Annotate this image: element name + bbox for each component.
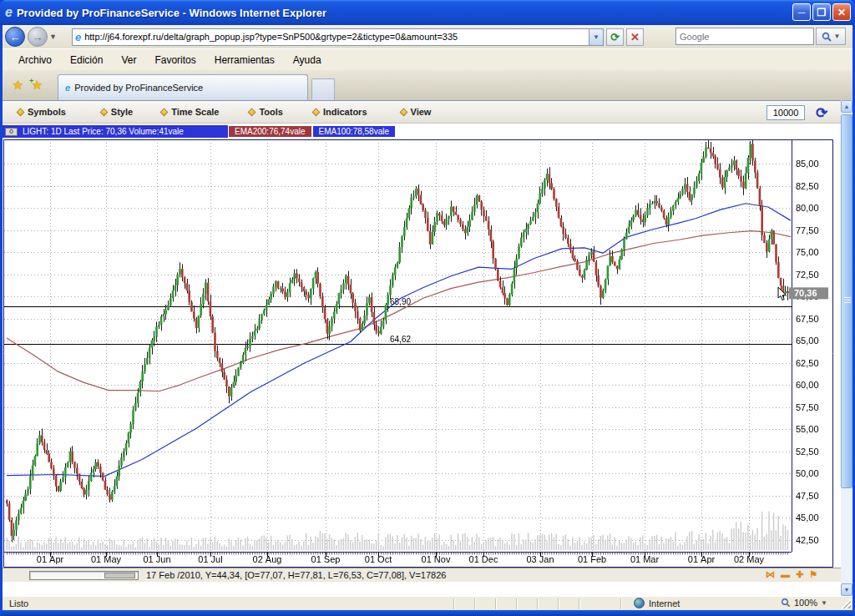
chart-menu-tools[interactable]: Tools xyxy=(249,107,283,117)
chart-menu-bar: Symbols Style Time Scale Tools Indicator… xyxy=(3,101,841,124)
restore-button[interactable]: ❐ xyxy=(812,3,831,21)
scroll-up-button[interactable]: ▲ xyxy=(841,100,852,113)
search-dropdown-icon[interactable]: ▼ xyxy=(834,33,841,40)
mouse-cursor xyxy=(777,287,787,301)
chart-status-strip: 17 Feb /2010, Y=44,34, [O=77,07, H=77,81… xyxy=(3,568,841,582)
favorites-button[interactable]: ★ xyxy=(9,76,27,93)
title-bar[interactable]: e Provided by ProFinanceService - Window… xyxy=(0,0,855,25)
tab-label: Provided by ProFinanceService xyxy=(74,83,203,93)
zoom-dropdown-icon[interactable]: ▼ xyxy=(821,599,827,607)
address-toolbar: ← → ▼ e ▼ ⟳ ✕ ▼ xyxy=(3,25,852,48)
address-input[interactable] xyxy=(84,32,564,42)
diamond-icon xyxy=(399,108,407,116)
instrument-info-bar: 0 LIGHT: 1D Last Price: 70,36 Volume:41v… xyxy=(3,125,841,138)
price-chart-canvas[interactable] xyxy=(0,139,842,568)
search-box[interactable] xyxy=(675,28,814,45)
diamond-icon xyxy=(312,108,321,116)
menu-ayuda[interactable]: Ayuda xyxy=(284,52,331,68)
window-border-bottom[interactable] xyxy=(0,610,855,616)
tab-profinance[interactable]: e Provided by ProFinanceService xyxy=(58,74,308,100)
chart-refresh-button[interactable]: ⟳ xyxy=(812,104,831,122)
chart-menu-view[interactable]: View xyxy=(401,107,432,117)
chart-legend-icon[interactable]: 0 xyxy=(5,128,18,136)
tab-favicon: e xyxy=(65,83,70,93)
browser-window: e Provided by ProFinanceService - Window… xyxy=(0,0,855,616)
menu-edicion[interactable]: Edición xyxy=(61,52,112,68)
search-button[interactable]: ▼ xyxy=(816,28,846,45)
menu-herramientas[interactable]: Herramientas xyxy=(205,52,284,68)
address-field[interactable]: e xyxy=(72,28,589,46)
fit-width-icon[interactable]: ⋈ xyxy=(766,569,775,580)
new-tab-stub[interactable] xyxy=(311,78,335,100)
address-dropdown-button[interactable]: ▼ xyxy=(589,28,604,46)
ema100-chip[interactable]: EMA100:78,58vale xyxy=(312,125,397,138)
crosshair-readout: 17 Feb /2010, Y=44,34, [O=77,07, H=77,81… xyxy=(146,570,446,580)
chart-menu-symbols[interactable]: Symbols xyxy=(18,107,66,117)
search-input[interactable] xyxy=(676,32,808,42)
diamond-icon xyxy=(248,108,256,116)
diamond-icon xyxy=(160,108,169,116)
internet-zone-label: Internet xyxy=(649,598,680,608)
amount-input[interactable] xyxy=(766,105,805,120)
minimize-button[interactable]: ─ xyxy=(792,3,811,21)
scrollbar-thumb[interactable] xyxy=(841,114,852,488)
status-ready-text: Listo xyxy=(9,598,28,608)
chart-menu-style[interactable]: Style xyxy=(101,107,133,117)
bookmark-icon[interactable]: ⚑ xyxy=(809,569,817,580)
stop-icon: ✕ xyxy=(630,31,640,43)
zoom-magnifier-icon xyxy=(781,598,791,608)
instrument-info-segment: 0 LIGHT: 1D Last Price: 70,36 Volume:41v… xyxy=(3,125,228,138)
window-title: Provided by ProFinanceService - Windows … xyxy=(17,7,326,19)
internet-zone-icon xyxy=(634,598,645,608)
stop-button[interactable]: ✕ xyxy=(626,28,644,46)
star-icon: ★ xyxy=(13,78,23,93)
menu-bar: Archivo Edición Ver Favoritos Herramient… xyxy=(3,48,852,70)
close-button[interactable]: ✕ xyxy=(832,3,851,21)
page-zoom-control[interactable]: 100% ▼ xyxy=(781,598,827,608)
menu-favoritos[interactable]: Favoritos xyxy=(145,52,205,68)
menu-ver[interactable]: Ver xyxy=(112,52,145,68)
zoom-out-icon[interactable]: ▬ xyxy=(781,569,790,580)
instrument-info-text: LIGHT: 1D Last Price: 70,36 Volume:41val… xyxy=(23,127,184,136)
page-icon: e xyxy=(75,31,81,43)
diamond-icon xyxy=(17,108,25,116)
refresh-icon: ⟳ xyxy=(610,31,620,43)
tab-bar: ★ ★+ e Provided by ProFinanceService xyxy=(3,70,852,100)
window-border-left xyxy=(0,25,3,610)
scroll-down-button[interactable]: ▼ xyxy=(841,583,852,596)
ema200-chip[interactable]: EMA200:76,74vale xyxy=(228,125,312,138)
add-favorite-button[interactable]: ★+ xyxy=(28,76,46,93)
history-dropdown-icon[interactable]: ▼ xyxy=(49,33,57,41)
vertical-scrollbar[interactable]: ▲ ▼ xyxy=(841,100,852,596)
page-zoom-value: 100% xyxy=(794,598,817,608)
resize-grip[interactable] xyxy=(841,598,851,608)
search-icon xyxy=(822,32,832,42)
chart-menu-timescale[interactable]: Time Scale xyxy=(161,107,219,117)
chart-scroll-thumb[interactable] xyxy=(104,573,135,578)
back-button[interactable]: ← xyxy=(5,27,25,47)
chart-scroll-track[interactable] xyxy=(29,571,139,580)
diamond-icon xyxy=(99,108,108,116)
chart-menu-indicators[interactable]: Indicators xyxy=(313,107,367,117)
status-bar: Listo Internet 100% ▼ xyxy=(3,596,852,610)
forward-button[interactable]: → xyxy=(28,27,48,47)
ie-logo-icon: e xyxy=(5,5,13,20)
refresh-button[interactable]: ⟳ xyxy=(606,28,624,46)
menu-archivo[interactable]: Archivo xyxy=(9,52,61,68)
zoom-in-icon[interactable]: ✚ xyxy=(796,569,803,580)
